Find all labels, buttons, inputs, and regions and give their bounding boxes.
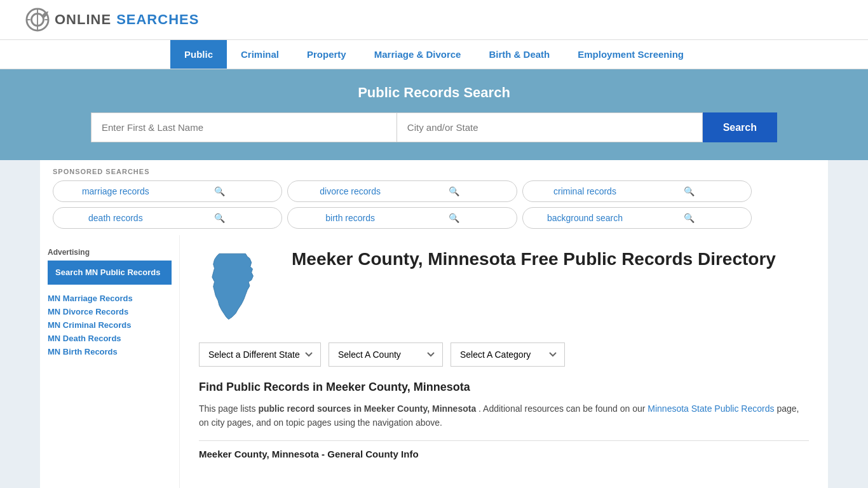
page-title: Meeker County, Minnesota Free Public Rec… [292, 248, 776, 271]
pill-birth-records[interactable]: birth records 🔍 [287, 207, 517, 229]
nav-item-employment[interactable]: Employment Screening [564, 40, 698, 69]
nav-item-marriage[interactable]: Marriage & Divorce [360, 40, 475, 69]
pill-background-search[interactable]: background search 🔍 [522, 207, 752, 229]
search-icon-0: 🔍 [168, 186, 272, 196]
nav-item-public[interactable]: Public [170, 40, 227, 69]
sponsored-section: SPONSORED SEARCHES marriage records 🔍 di… [40, 160, 828, 235]
sidebar-links: MN Marriage Records MN Divorce Records M… [48, 292, 172, 358]
logo-icon [25, 8, 50, 32]
category-dropdown[interactable]: Select A Category [451, 342, 565, 367]
dropdowns-row: Select a Different State Select A County… [199, 342, 809, 367]
find-records-title: Find Public Records in Meeker County, Mi… [199, 381, 809, 394]
sidebar-ad-box[interactable]: Search MN Public Records [48, 261, 172, 285]
search-icon-5: 🔍 [637, 213, 741, 223]
sidebar-link-birth[interactable]: MN Birth Records [48, 346, 172, 358]
section-subheading: Meeker County, Minnesota - General Count… [199, 440, 809, 459]
logo: ONLINE SEARCHES [25, 8, 199, 32]
location-input[interactable] [397, 112, 703, 142]
nav-item-property[interactable]: Property [293, 40, 360, 69]
sidebar-ad-label: Advertising [48, 248, 172, 257]
content-area: Advertising Search MN Public Records MN … [40, 235, 828, 488]
search-icon-2: 🔍 [637, 186, 741, 196]
hero-section: Public Records Search Search [0, 69, 868, 160]
hero-title: Public Records Search [25, 85, 843, 101]
state-records-link[interactable]: Minnesota State Public Records [648, 403, 774, 414]
sidebar-link-criminal[interactable]: MN Criminal Records [48, 319, 172, 331]
description-text: This page lists public record sources in… [199, 402, 809, 430]
pill-divorce-records[interactable]: divorce records 🔍 [287, 180, 517, 202]
sidebar-link-death[interactable]: MN Death Records [48, 332, 172, 344]
search-icon-4: 🔍 [402, 213, 506, 223]
pill-marriage-records[interactable]: marriage records 🔍 [53, 180, 282, 202]
sponsored-label: SPONSORED SEARCHES [53, 168, 815, 175]
pill-death-records[interactable]: death records 🔍 [53, 207, 282, 229]
name-input[interactable] [91, 112, 397, 142]
pill-criminal-records[interactable]: criminal records 🔍 [522, 180, 752, 202]
sidebar: Advertising Search MN Public Records MN … [40, 235, 180, 488]
county-dropdown[interactable]: Select A County [329, 342, 443, 367]
search-icon-1: 🔍 [402, 186, 506, 196]
search-button[interactable]: Search [703, 112, 777, 142]
search-bar: Search [91, 112, 777, 142]
search-pills-grid: marriage records 🔍 divorce records 🔍 cri… [53, 180, 752, 229]
state-map-graphic [199, 248, 269, 326]
search-icon-3: 🔍 [168, 213, 272, 223]
nav-item-birth[interactable]: Birth & Death [475, 40, 564, 69]
nav-item-criminal[interactable]: Criminal [227, 40, 293, 69]
sidebar-link-divorce[interactable]: MN Divorce Records [48, 306, 172, 318]
logo-text-searches: SEARCHES [116, 11, 199, 28]
state-dropdown[interactable]: Select a Different State [199, 342, 321, 367]
nav-bar: Public Criminal Property Marriage & Divo… [0, 40, 868, 69]
main-content: Meeker County, Minnesota Free Public Rec… [180, 235, 828, 488]
sidebar-link-marriage[interactable]: MN Marriage Records [48, 292, 172, 304]
logo-text-online: ONLINE [55, 11, 111, 28]
